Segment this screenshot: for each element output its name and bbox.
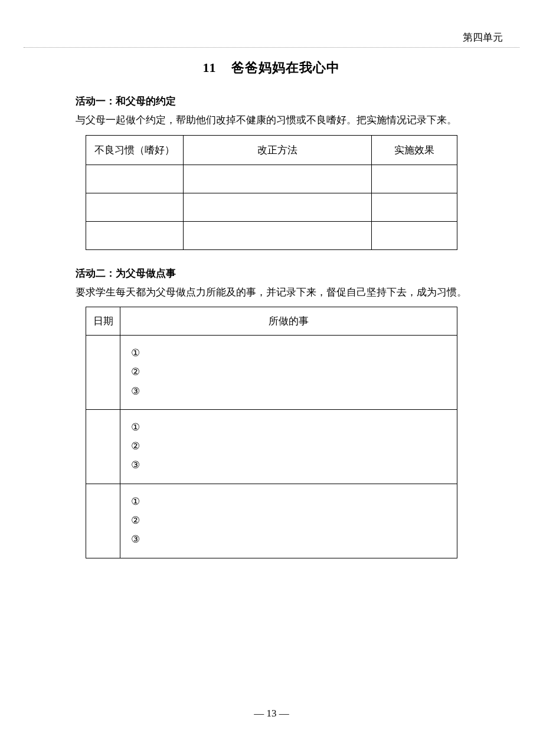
cell-tasks: ① ② ③ bbox=[120, 484, 457, 558]
task-item-2: ② bbox=[131, 437, 457, 456]
header-tasks: 所做的事 bbox=[120, 307, 457, 336]
divider-line bbox=[24, 47, 519, 48]
cell-correction bbox=[183, 221, 371, 249]
header-date: 日期 bbox=[86, 307, 120, 336]
header-correction: 改正方法 bbox=[183, 135, 371, 165]
table-row bbox=[86, 221, 457, 249]
cell-effect bbox=[372, 193, 457, 221]
unit-header: 第四单元 bbox=[463, 31, 503, 44]
content-area: 11 爸爸妈妈在我心中 活动一：和父母的约定 与父母一起做个约定，帮助他们改掉不… bbox=[76, 59, 467, 558]
task-item-3: ③ bbox=[131, 456, 457, 475]
cell-correction bbox=[183, 193, 371, 221]
table-row: ① ② ③ bbox=[86, 484, 457, 558]
header-bad-habit: 不良习惯（嗜好） bbox=[86, 135, 184, 165]
table-row: ① ② ③ bbox=[86, 409, 457, 484]
unit-label: 第四单元 bbox=[463, 32, 503, 43]
cell-habit bbox=[86, 221, 184, 249]
task-item-2: ② bbox=[131, 363, 457, 382]
title-text: 爸爸妈妈在我心中 bbox=[231, 60, 340, 75]
activity1-heading: 活动一：和父母的约定 bbox=[76, 94, 467, 108]
task-item-3: ③ bbox=[131, 382, 457, 401]
task-item-3: ③ bbox=[131, 530, 457, 549]
cell-date bbox=[86, 409, 120, 484]
cell-tasks: ① ② ③ bbox=[120, 409, 457, 484]
header-effect: 实施效果 bbox=[372, 135, 457, 165]
table-header-row: 日期 所做的事 bbox=[86, 307, 457, 336]
cell-date bbox=[86, 336, 120, 410]
habits-table: 不良习惯（嗜好） 改正方法 实施效果 bbox=[86, 135, 457, 250]
table-row: ① ② ③ bbox=[86, 336, 457, 410]
table-header-row: 不良习惯（嗜好） 改正方法 实施效果 bbox=[86, 135, 457, 165]
page-number: — 13 — bbox=[0, 708, 543, 719]
cell-habit bbox=[86, 193, 184, 221]
task-item-1: ① bbox=[131, 418, 457, 437]
activity2-description: 要求学生每天都为父母做点力所能及的事，并记录下来，督促自己坚持下去，成为习惯。 bbox=[76, 285, 467, 300]
page-title: 11 爸爸妈妈在我心中 bbox=[76, 59, 467, 77]
table-row bbox=[86, 193, 457, 221]
activity2-heading: 活动二：为父母做点事 bbox=[76, 267, 467, 280]
task-item-1: ① bbox=[131, 344, 457, 363]
activity1-description: 与父母一起做个约定，帮助他们改掉不健康的习惯或不良嗜好。把实施情况记录下来。 bbox=[76, 113, 467, 128]
cell-effect bbox=[372, 221, 457, 249]
table-row bbox=[86, 165, 457, 193]
cell-date bbox=[86, 484, 120, 558]
cell-correction bbox=[183, 165, 371, 193]
task-item-2: ② bbox=[131, 511, 457, 530]
cell-tasks: ① ② ③ bbox=[120, 336, 457, 410]
cell-habit bbox=[86, 165, 184, 193]
cell-effect bbox=[372, 165, 457, 193]
title-number: 11 bbox=[203, 60, 217, 75]
task-item-1: ① bbox=[131, 492, 457, 511]
tasks-table: 日期 所做的事 ① ② ③ ① ② ③ ① ② ③ bbox=[86, 307, 457, 558]
